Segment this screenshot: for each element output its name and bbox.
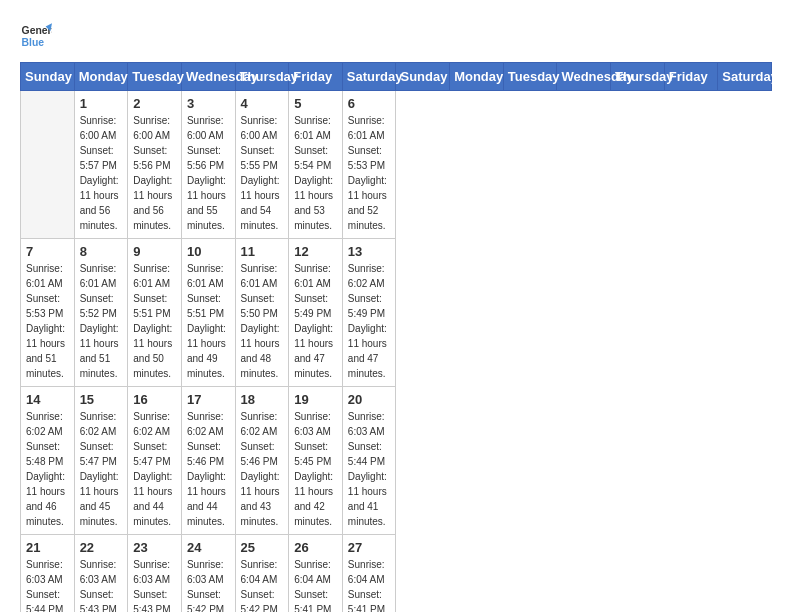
col-header-friday: Friday	[664, 63, 718, 91]
day-cell: 11Sunrise: 6:01 AMSunset: 5:50 PMDayligh…	[235, 239, 289, 387]
col-header-friday: Friday	[289, 63, 343, 91]
day-info: Sunrise: 6:03 AMSunset: 5:45 PMDaylight:…	[294, 409, 337, 529]
day-cell: 10Sunrise: 6:01 AMSunset: 5:51 PMDayligh…	[181, 239, 235, 387]
day-number: 5	[294, 96, 337, 111]
week-row-3: 14Sunrise: 6:02 AMSunset: 5:48 PMDayligh…	[21, 387, 772, 535]
day-number: 6	[348, 96, 391, 111]
day-number: 20	[348, 392, 391, 407]
day-cell: 3Sunrise: 6:00 AMSunset: 5:56 PMDaylight…	[181, 91, 235, 239]
day-cell	[21, 91, 75, 239]
day-cell: 8Sunrise: 6:01 AMSunset: 5:52 PMDaylight…	[74, 239, 128, 387]
day-info: Sunrise: 6:03 AMSunset: 5:43 PMDaylight:…	[133, 557, 176, 612]
day-cell: 21Sunrise: 6:03 AMSunset: 5:44 PMDayligh…	[21, 535, 75, 613]
day-cell: 12Sunrise: 6:01 AMSunset: 5:49 PMDayligh…	[289, 239, 343, 387]
col-header-thursday: Thursday	[611, 63, 665, 91]
day-number: 21	[26, 540, 69, 555]
day-info: Sunrise: 6:02 AMSunset: 5:46 PMDaylight:…	[241, 409, 284, 529]
day-info: Sunrise: 6:01 AMSunset: 5:53 PMDaylight:…	[348, 113, 391, 233]
day-cell: 22Sunrise: 6:03 AMSunset: 5:43 PMDayligh…	[74, 535, 128, 613]
day-info: Sunrise: 6:01 AMSunset: 5:50 PMDaylight:…	[241, 261, 284, 381]
week-row-4: 21Sunrise: 6:03 AMSunset: 5:44 PMDayligh…	[21, 535, 772, 613]
day-info: Sunrise: 6:01 AMSunset: 5:53 PMDaylight:…	[26, 261, 69, 381]
day-number: 19	[294, 392, 337, 407]
day-cell: 14Sunrise: 6:02 AMSunset: 5:48 PMDayligh…	[21, 387, 75, 535]
day-cell: 2Sunrise: 6:00 AMSunset: 5:56 PMDaylight…	[128, 91, 182, 239]
day-number: 25	[241, 540, 284, 555]
col-header-sunday: Sunday	[21, 63, 75, 91]
col-header-sunday: Sunday	[396, 63, 450, 91]
day-cell: 13Sunrise: 6:02 AMSunset: 5:49 PMDayligh…	[342, 239, 396, 387]
day-cell: 17Sunrise: 6:02 AMSunset: 5:46 PMDayligh…	[181, 387, 235, 535]
day-cell: 16Sunrise: 6:02 AMSunset: 5:47 PMDayligh…	[128, 387, 182, 535]
day-cell: 1Sunrise: 6:00 AMSunset: 5:57 PMDaylight…	[74, 91, 128, 239]
day-number: 18	[241, 392, 284, 407]
day-number: 7	[26, 244, 69, 259]
day-number: 22	[80, 540, 123, 555]
day-number: 4	[241, 96, 284, 111]
day-info: Sunrise: 6:03 AMSunset: 5:44 PMDaylight:…	[348, 409, 391, 529]
day-cell: 9Sunrise: 6:01 AMSunset: 5:51 PMDaylight…	[128, 239, 182, 387]
day-cell: 7Sunrise: 6:01 AMSunset: 5:53 PMDaylight…	[21, 239, 75, 387]
day-number: 3	[187, 96, 230, 111]
col-header-saturday: Saturday	[718, 63, 772, 91]
day-info: Sunrise: 6:04 AMSunset: 5:41 PMDaylight:…	[348, 557, 391, 612]
day-cell: 23Sunrise: 6:03 AMSunset: 5:43 PMDayligh…	[128, 535, 182, 613]
day-info: Sunrise: 6:01 AMSunset: 5:52 PMDaylight:…	[80, 261, 123, 381]
day-info: Sunrise: 6:04 AMSunset: 5:41 PMDaylight:…	[294, 557, 337, 612]
day-info: Sunrise: 6:01 AMSunset: 5:51 PMDaylight:…	[187, 261, 230, 381]
col-header-wednesday: Wednesday	[557, 63, 611, 91]
day-info: Sunrise: 6:02 AMSunset: 5:46 PMDaylight:…	[187, 409, 230, 529]
day-number: 17	[187, 392, 230, 407]
day-number: 27	[348, 540, 391, 555]
day-cell: 24Sunrise: 6:03 AMSunset: 5:42 PMDayligh…	[181, 535, 235, 613]
day-number: 15	[80, 392, 123, 407]
day-cell: 25Sunrise: 6:04 AMSunset: 5:42 PMDayligh…	[235, 535, 289, 613]
day-cell: 27Sunrise: 6:04 AMSunset: 5:41 PMDayligh…	[342, 535, 396, 613]
day-cell: 18Sunrise: 6:02 AMSunset: 5:46 PMDayligh…	[235, 387, 289, 535]
day-cell: 6Sunrise: 6:01 AMSunset: 5:53 PMDaylight…	[342, 91, 396, 239]
col-header-thursday: Thursday	[235, 63, 289, 91]
week-row-2: 7Sunrise: 6:01 AMSunset: 5:53 PMDaylight…	[21, 239, 772, 387]
day-info: Sunrise: 6:00 AMSunset: 5:56 PMDaylight:…	[187, 113, 230, 233]
day-cell: 20Sunrise: 6:03 AMSunset: 5:44 PMDayligh…	[342, 387, 396, 535]
header-row: SundayMondayTuesdayWednesdayThursdayFrid…	[21, 63, 772, 91]
day-info: Sunrise: 6:03 AMSunset: 5:42 PMDaylight:…	[187, 557, 230, 612]
day-cell: 19Sunrise: 6:03 AMSunset: 5:45 PMDayligh…	[289, 387, 343, 535]
svg-text:Blue: Blue	[22, 37, 45, 48]
day-info: Sunrise: 6:01 AMSunset: 5:54 PMDaylight:…	[294, 113, 337, 233]
logo: General Blue	[20, 20, 52, 52]
col-header-tuesday: Tuesday	[128, 63, 182, 91]
page-header: General Blue	[20, 20, 772, 52]
calendar-table: SundayMondayTuesdayWednesdayThursdayFrid…	[20, 62, 772, 612]
col-header-monday: Monday	[450, 63, 504, 91]
day-number: 13	[348, 244, 391, 259]
col-header-tuesday: Tuesday	[503, 63, 557, 91]
day-number: 23	[133, 540, 176, 555]
day-info: Sunrise: 6:02 AMSunset: 5:47 PMDaylight:…	[133, 409, 176, 529]
day-info: Sunrise: 6:02 AMSunset: 5:49 PMDaylight:…	[348, 261, 391, 381]
day-number: 14	[26, 392, 69, 407]
day-cell: 5Sunrise: 6:01 AMSunset: 5:54 PMDaylight…	[289, 91, 343, 239]
day-cell: 15Sunrise: 6:02 AMSunset: 5:47 PMDayligh…	[74, 387, 128, 535]
day-number: 24	[187, 540, 230, 555]
day-info: Sunrise: 6:02 AMSunset: 5:48 PMDaylight:…	[26, 409, 69, 529]
day-number: 10	[187, 244, 230, 259]
day-number: 8	[80, 244, 123, 259]
day-info: Sunrise: 6:02 AMSunset: 5:47 PMDaylight:…	[80, 409, 123, 529]
day-number: 11	[241, 244, 284, 259]
day-cell: 26Sunrise: 6:04 AMSunset: 5:41 PMDayligh…	[289, 535, 343, 613]
week-row-1: 1Sunrise: 6:00 AMSunset: 5:57 PMDaylight…	[21, 91, 772, 239]
day-info: Sunrise: 6:04 AMSunset: 5:42 PMDaylight:…	[241, 557, 284, 612]
day-info: Sunrise: 6:03 AMSunset: 5:44 PMDaylight:…	[26, 557, 69, 612]
day-number: 9	[133, 244, 176, 259]
col-header-monday: Monday	[74, 63, 128, 91]
day-info: Sunrise: 6:01 AMSunset: 5:49 PMDaylight:…	[294, 261, 337, 381]
day-info: Sunrise: 6:03 AMSunset: 5:43 PMDaylight:…	[80, 557, 123, 612]
day-info: Sunrise: 6:01 AMSunset: 5:51 PMDaylight:…	[133, 261, 176, 381]
day-number: 26	[294, 540, 337, 555]
day-cell: 4Sunrise: 6:00 AMSunset: 5:55 PMDaylight…	[235, 91, 289, 239]
col-header-wednesday: Wednesday	[181, 63, 235, 91]
logo-icon: General Blue	[20, 20, 52, 52]
day-info: Sunrise: 6:00 AMSunset: 5:57 PMDaylight:…	[80, 113, 123, 233]
col-header-saturday: Saturday	[342, 63, 396, 91]
